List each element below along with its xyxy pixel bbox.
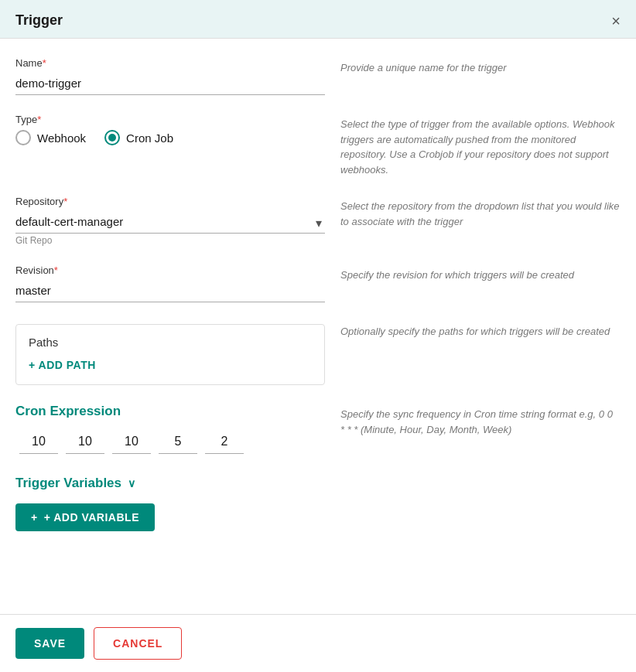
paths-row: Paths + ADD PATH Optionally specify the … <box>15 321 621 385</box>
repo-label: Repository* <box>15 196 325 207</box>
modal-title: Trigger <box>15 12 63 29</box>
revision-input[interactable] <box>15 281 325 302</box>
name-field-container: Name* <box>15 57 325 95</box>
name-row: Name* Provide a unique name for the trig… <box>15 57 621 95</box>
modal-header: Trigger × <box>0 0 636 39</box>
webhook-radio-circle <box>15 130 31 145</box>
trigger-vars-section: Trigger Variables ∨ + + ADD VARIABLE <box>15 476 621 531</box>
type-label: Type* <box>15 114 325 125</box>
cron-field-week <box>201 432 248 454</box>
save-button[interactable]: SAVE <box>15 628 84 659</box>
modal-footer: SAVE CANCEL <box>0 614 636 672</box>
add-variable-button[interactable]: + + ADD VARIABLE <box>15 503 155 531</box>
type-hint: Select the type of trigger from the avai… <box>340 114 621 177</box>
cron-fields-row <box>15 432 325 454</box>
paths-field-container: Paths + ADD PATH <box>15 321 325 385</box>
cronjob-radio-label: Cron Job <box>126 131 173 145</box>
cron-field-hour <box>62 432 108 454</box>
cron-field-month <box>155 432 201 454</box>
cron-left-container: Cron Expression <box>15 404 325 454</box>
trigger-modal: Trigger × Name* Provide a unique name fo… <box>0 0 636 672</box>
revision-label: Revision* <box>15 264 325 276</box>
cronjob-radio[interactable]: Cron Job <box>104 130 173 145</box>
plus-icon: + <box>31 511 38 524</box>
revision-field-container: Revision* <box>15 264 325 302</box>
repo-row: Repository* default-cert-manager ▾ Git R… <box>15 196 621 246</box>
webhook-radio[interactable]: Webhook <box>15 130 86 145</box>
revision-row: Revision* Specify the revision for which… <box>15 264 621 302</box>
cron-day-input[interactable] <box>112 432 151 454</box>
cron-field-day <box>108 432 155 454</box>
repo-hint: Select the repository from the dropdown … <box>340 196 621 229</box>
name-hint: Provide a unique name for the trigger <box>340 57 621 76</box>
paths-title: Paths <box>29 336 312 349</box>
cron-week-input[interactable] <box>205 432 244 454</box>
close-button[interactable]: × <box>611 13 621 29</box>
type-radio-group: Webhook Cron Job <box>15 130 325 145</box>
type-row: Type* Webhook Cron Job Select t <box>15 114 621 177</box>
add-path-button[interactable]: + ADD PATH <box>29 359 96 371</box>
cron-field-minute <box>15 432 62 454</box>
modal-body: Name* Provide a unique name for the trig… <box>0 39 636 614</box>
add-variable-label: + ADD VARIABLE <box>44 511 139 524</box>
cron-minute-input[interactable] <box>19 432 58 454</box>
repo-field-container: Repository* default-cert-manager ▾ Git R… <box>15 196 325 246</box>
revision-hint: Specify the revision for which triggers … <box>340 264 621 283</box>
webhook-radio-label: Webhook <box>37 131 86 145</box>
repo-select[interactable]: default-cert-manager <box>15 212 325 234</box>
type-field-container: Type* Webhook Cron Job <box>15 114 325 145</box>
cancel-button[interactable]: CANCEL <box>94 627 182 660</box>
name-input[interactable] <box>15 73 325 95</box>
trigger-vars-heading[interactable]: Trigger Variables ∨ <box>15 476 621 491</box>
cron-hint: Specify the sync frequency in Cron time … <box>340 404 621 437</box>
name-label: Name* <box>15 57 325 69</box>
cronjob-radio-circle <box>104 130 120 145</box>
repo-sub-label: Git Repo <box>15 235 325 246</box>
cron-hour-input[interactable] <box>66 432 104 454</box>
paths-hint: Optionally specify the paths for which t… <box>340 321 621 339</box>
cron-month-input[interactable] <box>159 432 197 454</box>
paths-box: Paths + ADD PATH <box>15 324 325 385</box>
cron-section: Cron Expression <box>15 404 621 454</box>
repo-select-wrapper: default-cert-manager ▾ <box>15 212 325 234</box>
cron-heading: Cron Expression <box>15 404 325 419</box>
chevron-down-icon: ∨ <box>128 477 135 490</box>
